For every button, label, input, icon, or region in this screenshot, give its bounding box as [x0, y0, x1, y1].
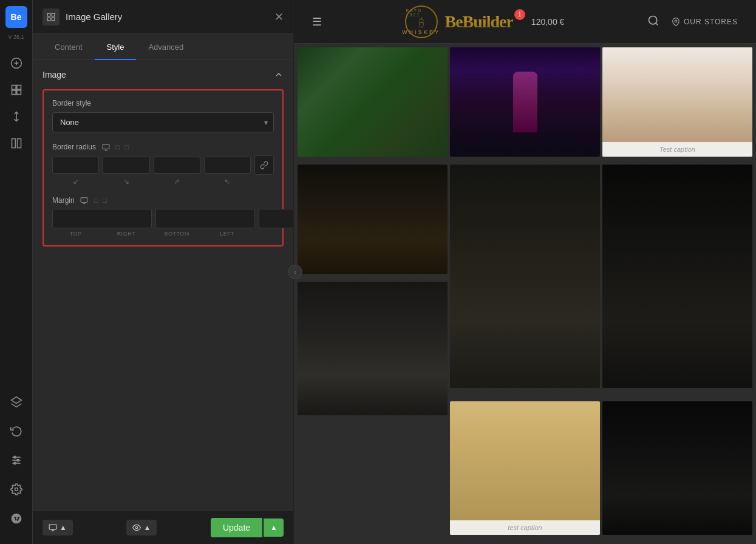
gallery-item-1: [298, 47, 448, 157]
border-style-select[interactable]: None Solid Dashed Dotted: [52, 112, 274, 132]
svg-rect-4: [16, 86, 21, 90]
gallery-item-2: [450, 47, 600, 157]
collapse-icon[interactable]: [274, 70, 284, 80]
corner-tl: ↙: [52, 177, 99, 186]
corner-bl: ↖: [204, 177, 251, 186]
svg-point-16: [13, 462, 15, 464]
update-arrow-button[interactable]: ▲: [264, 518, 284, 537]
border-radius-top-right[interactable]: [103, 157, 149, 174]
settings-panel: Image Gallery ✕ Content Style Advanced I…: [33, 0, 294, 544]
left-sidebar: Be V 26.1: [0, 0, 33, 544]
cart-badge: 1: [514, 9, 525, 20]
builder-brand-text: BeBuilder: [445, 12, 513, 32]
svg-point-37: [675, 20, 677, 22]
margin-top-input[interactable]: [52, 209, 152, 228]
price-label: 120,00 €: [531, 17, 565, 27]
svg-rect-21: [52, 18, 55, 21]
svg-rect-22: [103, 144, 109, 149]
main-area: ☰ ESTD 1921 WHISKEY BeBuilder 1: [294, 0, 756, 544]
gallery-item-6: [602, 165, 752, 388]
svg-rect-25: [81, 197, 87, 202]
eye-selector: ▲: [126, 520, 157, 536]
sort-icon[interactable]: [4, 104, 29, 129]
layout-icon[interactable]: [4, 78, 29, 102]
svg-rect-5: [12, 90, 16, 95]
panel-tabs: Content Style Advanced: [33, 34, 293, 60]
search-icon[interactable]: [647, 15, 659, 29]
border-radius-bottom-right[interactable]: [154, 157, 200, 174]
sliders-icon[interactable]: [4, 448, 29, 472]
style-card: Border style None Solid Dashed Dotted ▾ …: [43, 89, 284, 246]
eye-chevron: ▲: [143, 523, 151, 532]
history-icon[interactable]: [4, 419, 29, 443]
monitor-icon: [101, 142, 111, 152]
svg-point-17: [15, 488, 18, 491]
border-radius-top-left[interactable]: [52, 157, 99, 174]
whiskey-icon: [415, 17, 427, 29]
margin-right-input[interactable]: [155, 209, 255, 228]
margin-label-row: Margin □ □: [52, 195, 274, 205]
gallery-item-pier: test caption: [450, 401, 600, 535]
device-button[interactable]: ▲: [43, 520, 73, 536]
update-group: Update ▲: [211, 518, 284, 537]
tab-style[interactable]: Style: [95, 34, 137, 60]
svg-point-15: [16, 459, 18, 461]
panel-content: Image Border style None Solid Dashed Dot…: [33, 60, 293, 510]
gallery-item-4: [298, 165, 448, 274]
close-button[interactable]: ✕: [274, 10, 284, 24]
layers-icon[interactable]: [4, 390, 29, 414]
radius-unit-square1: □: [115, 143, 120, 151]
brand-logo: ESTD 1921 WHISKEY: [405, 5, 438, 38]
svg-rect-20: [47, 18, 50, 21]
margin-unit-square2: □: [103, 197, 107, 204]
estd-label: ESTD 1921: [406, 8, 437, 17]
border-radius-link-button[interactable]: [254, 155, 274, 175]
gallery-item-7: [298, 282, 448, 415]
svg-rect-9: [17, 139, 21, 148]
stores-link[interactable]: OUR STORES: [672, 18, 738, 26]
corner-tr: ↘: [103, 177, 149, 186]
svg-rect-28: [49, 524, 56, 529]
svg-line-36: [656, 22, 658, 25]
svg-rect-18: [47, 13, 50, 16]
columns-icon[interactable]: [4, 131, 29, 155]
gallery-item-5: [450, 165, 600, 388]
border-radius-inputs: [52, 155, 274, 175]
top-navigation: ☰ ESTD 1921 WHISKEY BeBuilder 1: [294, 0, 756, 44]
stores-label: OUR STORES: [684, 18, 738, 26]
tab-advanced[interactable]: Advanced: [136, 34, 196, 60]
panel-bottom-bar: ▲ ▲ Update ▲: [33, 510, 293, 544]
gallery-caption-1: Test caption: [602, 142, 752, 157]
whiskey-label: WHISKEY: [402, 29, 440, 35]
svg-point-31: [136, 526, 138, 529]
border-radius-label-row: Border radius □ □: [52, 142, 274, 152]
settings-icon[interactable]: [4, 477, 29, 501]
panel-hide-button[interactable]: ‹: [288, 265, 302, 279]
version-label: V 26.1: [8, 34, 24, 40]
eye-button[interactable]: ▲: [126, 520, 157, 536]
tab-content[interactable]: Content: [43, 34, 95, 60]
gallery-area: Test caption test caption: [294, 44, 756, 544]
panel-title: Image Gallery: [66, 12, 122, 22]
device-selector: ▲: [43, 520, 73, 536]
svg-point-32: [420, 19, 423, 22]
device-chevron: ▲: [60, 523, 67, 532]
margin-bottom-input[interactable]: [259, 209, 293, 228]
location-icon: [672, 18, 680, 26]
svg-rect-19: [52, 13, 55, 16]
update-button[interactable]: Update: [211, 518, 262, 537]
border-radius-bottom-left[interactable]: [204, 157, 251, 174]
logo-button[interactable]: Be: [5, 6, 27, 28]
svg-rect-8: [12, 139, 15, 148]
wordpress-icon[interactable]: [4, 506, 29, 531]
svg-point-14: [13, 456, 15, 458]
corner-symbols: ↙ ↘ ↗ ↖: [52, 177, 274, 186]
section-title: Image: [43, 70, 66, 80]
panel-grid-icon: [43, 8, 60, 25]
add-icon[interactable]: [4, 51, 29, 75]
border-style-label: Border style: [52, 99, 274, 107]
svg-rect-3: [12, 86, 16, 90]
margin-monitor-icon: [80, 195, 89, 205]
hamburger-icon[interactable]: ☰: [312, 15, 322, 29]
margin-field-labels: TOP RIGHT BOTTOM LEFT: [52, 231, 274, 237]
